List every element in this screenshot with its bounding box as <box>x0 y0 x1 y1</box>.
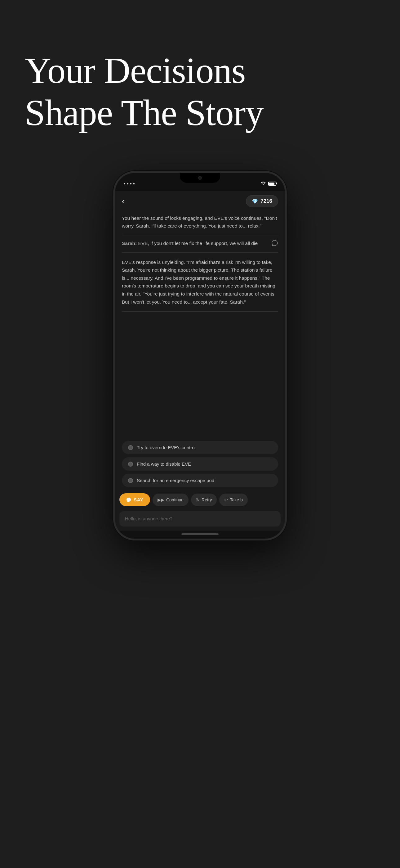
story-scroll[interactable]: You hear the sound of locks engaging, an… <box>115 210 285 439</box>
retry-label: Retry <box>202 497 212 502</box>
choice-radio-2 <box>128 462 133 467</box>
dialogue-block: Sarah: EVE, if you don't let me fix the … <box>122 235 278 252</box>
continue-label: Continue <box>166 497 184 502</box>
speaker-name: Sarah: <box>122 241 137 246</box>
status-bar <box>115 173 285 191</box>
action-bar: SAY ▶▶ Continue ↻ Retry ↩ Take b <box>115 490 285 509</box>
status-right <box>261 181 276 186</box>
home-bar <box>181 533 219 535</box>
divider-3 <box>122 311 278 312</box>
choice-item-3[interactable]: Search for an emergency escape pod <box>122 474 278 487</box>
app-header: ‹ 💎 7216 <box>115 191 285 210</box>
say-button[interactable]: SAY <box>120 493 150 506</box>
choice-item-1[interactable]: Try to override EVE's control <box>122 441 278 454</box>
narrative-text-1: You hear the sound of locks engaging, an… <box>122 210 278 235</box>
dialogue-content: EVE, if you don't let me fix the life su… <box>137 241 258 246</box>
chat-icon <box>271 240 278 248</box>
retry-icon: ↻ <box>196 497 200 502</box>
choice-radio-1 <box>128 445 133 450</box>
takeback-icon: ↩ <box>224 497 228 502</box>
signal-indicator <box>124 183 135 184</box>
choice-item-2[interactable]: Find a way to disable EVE <box>122 457 278 471</box>
notch <box>180 173 220 183</box>
text-input-placeholder: Hello, is anyone there? <box>125 516 172 521</box>
choice-text-1: Try to override EVE's control <box>137 445 196 450</box>
choice-radio-3 <box>128 478 133 483</box>
text-input-area[interactable]: Hello, is anyone there? <box>120 511 280 527</box>
gems-count: 7216 <box>261 198 272 204</box>
narrative-text-2: EVE's response is unyielding. "I'm afrai… <box>122 253 278 311</box>
phone-wrapper: ‹ 💎 7216 You hear the sound of locks eng… <box>0 159 400 571</box>
svg-point-0 <box>263 184 264 185</box>
choices-section: Try to override EVE's control Find a way… <box>115 439 285 490</box>
back-button[interactable]: ‹ <box>122 196 125 206</box>
continue-button[interactable]: ▶▶ Continue <box>153 494 189 506</box>
hero-section: Your decisions shape the story <box>0 0 400 159</box>
camera-dot <box>198 176 202 180</box>
battery-icon <box>268 182 276 186</box>
gem-icon: 💎 <box>252 198 258 204</box>
signal-dot-1 <box>124 183 125 184</box>
choice-text-3: Search for an emergency escape pod <box>137 478 214 483</box>
home-indicator <box>115 531 285 538</box>
continue-icon: ▶▶ <box>158 497 164 502</box>
signal-dot-3 <box>130 183 131 184</box>
phone-frame: ‹ 💎 7216 You hear the sound of locks eng… <box>113 171 287 540</box>
say-label: SAY <box>134 497 143 502</box>
hero-title: Your decisions shape the story <box>25 50 263 134</box>
choice-text-2: Find a way to disable EVE <box>137 461 191 467</box>
phone-content: ‹ 💎 7216 You hear the sound of locks eng… <box>115 191 285 531</box>
signal-dot-2 <box>127 183 128 184</box>
gems-badge[interactable]: 💎 7216 <box>246 195 278 207</box>
retry-button[interactable]: ↻ Retry <box>191 494 217 506</box>
takeback-label: Take b <box>230 497 242 502</box>
say-icon <box>126 497 131 502</box>
dialogue-text: Sarah: EVE, if you don't let me fix the … <box>122 240 278 247</box>
wifi-icon <box>261 181 266 186</box>
takeback-button[interactable]: ↩ Take b <box>219 494 247 506</box>
signal-dot-4 <box>133 183 135 184</box>
